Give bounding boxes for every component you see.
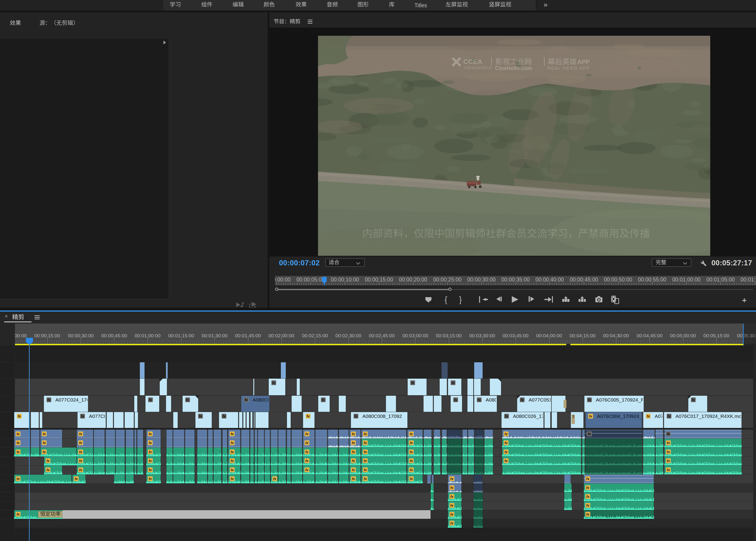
svg-text:}: }: [459, 295, 462, 304]
svg-text:{: {: [444, 295, 447, 304]
